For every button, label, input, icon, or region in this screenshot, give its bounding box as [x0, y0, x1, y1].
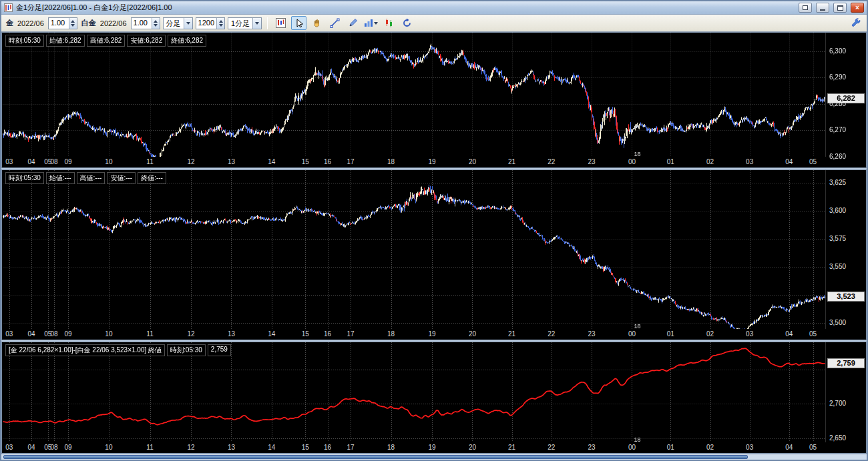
time-tick-label: 15: [299, 444, 311, 451]
spin-up-icon[interactable]: [154, 20, 158, 23]
open-readout: 始値:---: [46, 172, 75, 184]
time-tick-label: 16: [322, 444, 334, 451]
price-tick-label: 2,650: [829, 434, 846, 442]
platinum-ratio-spinner[interactable]: 1.00: [131, 17, 160, 29]
minimize-button[interactable]: [816, 3, 829, 13]
horizontal-scrollbar[interactable]: [1, 454, 867, 460]
platinum-candlestick-canvas[interactable]: [3, 170, 825, 330]
period-dropdown-value[interactable]: 分足: [164, 18, 184, 29]
time-tick-label: 03: [3, 444, 15, 451]
time-tick-label: 17: [345, 330, 357, 338]
spin-up-icon[interactable]: [71, 20, 75, 23]
cursor-select-button[interactable]: [291, 16, 306, 30]
time-tick-label: 22: [546, 330, 558, 338]
close-button[interactable]: ×: [851, 3, 864, 13]
time-tick-label: 13: [225, 330, 237, 338]
spin-down-icon[interactable]: [71, 24, 75, 27]
maximize-button[interactable]: [833, 3, 847, 13]
chart-type-icon: [276, 18, 286, 28]
timeframe-dropdown-button[interactable]: [252, 18, 261, 29]
time-tick-label: 04: [783, 444, 795, 451]
settings-wrench-button[interactable]: [848, 16, 863, 30]
cursor-arrow-icon: [294, 19, 304, 28]
spin-down-icon[interactable]: [154, 24, 158, 27]
gold-chart-panel: 時刻:05:30 始値:6,282 高値:6,282 安値:6,282 終値:6…: [1, 32, 867, 168]
time-tick-label: 16: [322, 158, 334, 165]
time-tick-label: 02: [704, 158, 716, 165]
bar-count-spin-buttons[interactable]: [216, 18, 224, 29]
timeframe-dropdown[interactable]: 1分足: [228, 17, 262, 29]
price-tick-label: 3,500: [829, 319, 846, 326]
platinum-last-price-badge: 3,523: [827, 292, 865, 302]
time-tick-label: 01: [664, 444, 676, 451]
time-tick-label: 18: [385, 330, 397, 338]
time-tick-label: 16: [322, 330, 334, 338]
low-readout: 安値:---: [107, 172, 136, 184]
indicator-menu-button[interactable]: [363, 16, 379, 30]
spread-formula-readout: [金 22/06 6,282×1.00]-[白金 22/06 3,523×1.0…: [5, 344, 165, 356]
time-tick-label: 04: [25, 444, 37, 451]
time-tick-label: 10: [103, 330, 115, 338]
period-dropdown[interactable]: 分足: [163, 17, 193, 29]
title-bar[interactable]: 金1分足[2022/06]1.00 - 白金1分足[2022/06]1.00 ×: [1, 1, 867, 15]
spread-line-canvas[interactable]: [3, 342, 825, 444]
close-readout: 終値:---: [138, 172, 166, 184]
time-tick-label: 22: [546, 158, 558, 165]
time-tick-label: 09: [62, 444, 74, 451]
spin-down-icon[interactable]: [219, 24, 223, 27]
gold-ratio-value[interactable]: 1.00: [49, 18, 69, 29]
trendline-draw-button[interactable]: [327, 16, 343, 30]
gold-time-axis: 0304050809101112131415161718192021222300…: [2, 157, 866, 167]
time-tick-label: 00: [626, 330, 638, 338]
spin-up-icon[interactable]: [219, 20, 223, 23]
bar-count-value[interactable]: 1200: [196, 18, 216, 29]
time-readout: 時刻:05:30: [167, 344, 206, 356]
float-window-button[interactable]: [799, 3, 812, 13]
period-dropdown-button[interactable]: [184, 18, 192, 29]
hand-icon: [312, 18, 322, 28]
time-tick-label: 03: [744, 444, 756, 451]
platinum-chart-panel: 時刻:05:30 始値:--- 高値:--- 安値:--- 終値:--- 3,5…: [1, 169, 867, 340]
scrollbar-thumb[interactable]: [3, 455, 748, 459]
chevron-down-icon: [374, 22, 378, 25]
platinum-symbol-label: 白金: [81, 18, 96, 28]
platinum-ratio-value[interactable]: 1.00: [132, 18, 152, 29]
timeframe-dropdown-value[interactable]: 1分足: [228, 18, 252, 29]
gold-candlestick-canvas[interactable]: [3, 33, 825, 158]
bar-count-spinner[interactable]: 1200: [196, 17, 225, 29]
time-tick-label: 03: [744, 330, 756, 338]
gold-ratio-spinner[interactable]: 1.00: [48, 17, 77, 29]
close-readout: 終値:6,282: [168, 35, 206, 47]
price-style-button[interactable]: [381, 16, 397, 30]
price-tick-label: 3,550: [829, 263, 846, 270]
chart-type-button[interactable]: [273, 16, 288, 30]
gold-ratio-spin-buttons[interactable]: [69, 18, 77, 29]
pencil-draw-button[interactable]: [345, 16, 361, 30]
refresh-icon: [402, 18, 412, 28]
platinum-contract-value[interactable]: 2022/06: [100, 19, 127, 27]
platinum-ratio-spin-buttons[interactable]: [152, 18, 160, 29]
spread-last-price-badge: 2,759: [827, 358, 865, 368]
gold-contract-value[interactable]: 2022/06: [17, 19, 44, 27]
time-tick-label: 12: [185, 444, 197, 451]
pan-hand-button[interactable]: [309, 16, 324, 30]
spread-readout: [金 22/06 6,282×1.00]-[白金 22/06 3,523×1.0…: [5, 344, 231, 356]
platinum-price-scale[interactable]: 3,523 3,6253,6003,5753,5503,5253,500: [825, 170, 866, 329]
float-window-icon: [803, 5, 808, 10]
time-tick-label: 14: [266, 330, 278, 338]
chevron-down-icon: [186, 22, 190, 25]
spread-price-scale[interactable]: 2,759 2,7002,650: [825, 342, 866, 442]
time-tick-label: 00: [626, 158, 638, 165]
gold-last-price-badge: 6,282: [827, 93, 865, 103]
refresh-button[interactable]: [399, 16, 415, 30]
time-tick-label: 05: [807, 444, 819, 451]
time-readout: 時刻:05:30: [5, 35, 44, 47]
time-tick-label: 09: [62, 158, 74, 165]
gold-price-scale[interactable]: 6,282 6,3006,2906,2806,2706,260: [825, 33, 866, 157]
time-tick-label: 23: [586, 158, 598, 165]
price-tick-label: 6,260: [829, 153, 846, 160]
time-tick-label: 05: [807, 330, 819, 338]
low-readout: 安値:6,282: [127, 35, 166, 47]
gold-ohlc-readout: 時刻:05:30 始値:6,282 高値:6,282 安値:6,282 終値:6…: [5, 35, 206, 47]
time-tick-label: 15: [299, 330, 311, 338]
